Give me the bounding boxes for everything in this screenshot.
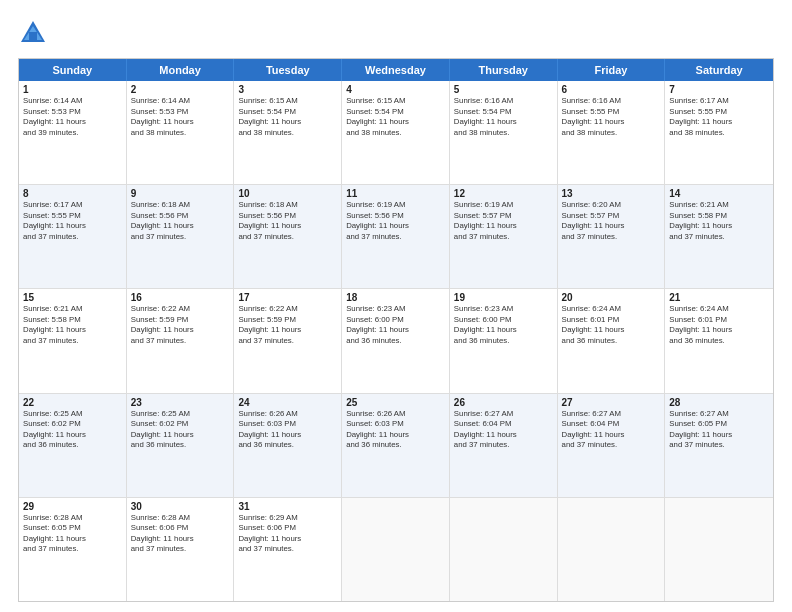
- cell-details: Sunrise: 6:19 AMSunset: 5:56 PMDaylight:…: [346, 200, 445, 242]
- page: SundayMondayTuesdayWednesdayThursdayFrid…: [0, 0, 792, 612]
- day-number: 9: [131, 188, 230, 199]
- day-number: 12: [454, 188, 553, 199]
- day-number: 25: [346, 397, 445, 408]
- day-number: 26: [454, 397, 553, 408]
- calendar-cell-5: 5Sunrise: 6:16 AMSunset: 5:54 PMDaylight…: [450, 81, 558, 184]
- cell-details: Sunrise: 6:22 AMSunset: 5:59 PMDaylight:…: [131, 304, 230, 346]
- day-number: 15: [23, 292, 122, 303]
- calendar-row-4: 22Sunrise: 6:25 AMSunset: 6:02 PMDayligh…: [19, 393, 773, 497]
- cell-details: Sunrise: 6:24 AMSunset: 6:01 PMDaylight:…: [562, 304, 661, 346]
- calendar-cell-7: 7Sunrise: 6:17 AMSunset: 5:55 PMDaylight…: [665, 81, 773, 184]
- calendar-cell-6: 6Sunrise: 6:16 AMSunset: 5:55 PMDaylight…: [558, 81, 666, 184]
- cell-details: Sunrise: 6:14 AMSunset: 5:53 PMDaylight:…: [23, 96, 122, 138]
- cell-details: Sunrise: 6:24 AMSunset: 6:01 PMDaylight:…: [669, 304, 769, 346]
- calendar-row-2: 8Sunrise: 6:17 AMSunset: 5:55 PMDaylight…: [19, 184, 773, 288]
- day-number: 2: [131, 84, 230, 95]
- day-number: 20: [562, 292, 661, 303]
- cell-details: Sunrise: 6:22 AMSunset: 5:59 PMDaylight:…: [238, 304, 337, 346]
- day-number: 23: [131, 397, 230, 408]
- calendar-cell-30: 30Sunrise: 6:28 AMSunset: 6:06 PMDayligh…: [127, 498, 235, 601]
- calendar-cell-14: 14Sunrise: 6:21 AMSunset: 5:58 PMDayligh…: [665, 185, 773, 288]
- day-number: 14: [669, 188, 769, 199]
- cell-details: Sunrise: 6:27 AMSunset: 6:05 PMDaylight:…: [669, 409, 769, 451]
- day-number: 6: [562, 84, 661, 95]
- cell-details: Sunrise: 6:29 AMSunset: 6:06 PMDaylight:…: [238, 513, 337, 555]
- calendar-body: 1Sunrise: 6:14 AMSunset: 5:53 PMDaylight…: [19, 81, 773, 601]
- calendar-cell-15: 15Sunrise: 6:21 AMSunset: 5:58 PMDayligh…: [19, 289, 127, 392]
- day-number: 1: [23, 84, 122, 95]
- day-number: 16: [131, 292, 230, 303]
- cell-details: Sunrise: 6:23 AMSunset: 6:00 PMDaylight:…: [346, 304, 445, 346]
- calendar-cell-29: 29Sunrise: 6:28 AMSunset: 6:05 PMDayligh…: [19, 498, 127, 601]
- calendar-cell-1: 1Sunrise: 6:14 AMSunset: 5:53 PMDaylight…: [19, 81, 127, 184]
- day-number: 29: [23, 501, 122, 512]
- calendar-cell-19: 19Sunrise: 6:23 AMSunset: 6:00 PMDayligh…: [450, 289, 558, 392]
- calendar-cell-empty: [450, 498, 558, 601]
- cell-details: Sunrise: 6:20 AMSunset: 5:57 PMDaylight:…: [562, 200, 661, 242]
- cell-details: Sunrise: 6:17 AMSunset: 5:55 PMDaylight:…: [669, 96, 769, 138]
- day-number: 31: [238, 501, 337, 512]
- day-number: 30: [131, 501, 230, 512]
- day-number: 10: [238, 188, 337, 199]
- logo-icon: [18, 18, 48, 48]
- logo: [18, 18, 52, 48]
- day-number: 22: [23, 397, 122, 408]
- header-day-monday: Monday: [127, 59, 235, 81]
- calendar-cell-9: 9Sunrise: 6:18 AMSunset: 5:56 PMDaylight…: [127, 185, 235, 288]
- calendar-cell-13: 13Sunrise: 6:20 AMSunset: 5:57 PMDayligh…: [558, 185, 666, 288]
- day-number: 7: [669, 84, 769, 95]
- calendar-cell-23: 23Sunrise: 6:25 AMSunset: 6:02 PMDayligh…: [127, 394, 235, 497]
- day-number: 28: [669, 397, 769, 408]
- header-day-wednesday: Wednesday: [342, 59, 450, 81]
- calendar-cell-24: 24Sunrise: 6:26 AMSunset: 6:03 PMDayligh…: [234, 394, 342, 497]
- cell-details: Sunrise: 6:16 AMSunset: 5:55 PMDaylight:…: [562, 96, 661, 138]
- header-day-friday: Friday: [558, 59, 666, 81]
- cell-details: Sunrise: 6:19 AMSunset: 5:57 PMDaylight:…: [454, 200, 553, 242]
- calendar-cell-16: 16Sunrise: 6:22 AMSunset: 5:59 PMDayligh…: [127, 289, 235, 392]
- cell-details: Sunrise: 6:16 AMSunset: 5:54 PMDaylight:…: [454, 96, 553, 138]
- calendar-cell-2: 2Sunrise: 6:14 AMSunset: 5:53 PMDaylight…: [127, 81, 235, 184]
- cell-details: Sunrise: 6:28 AMSunset: 6:05 PMDaylight:…: [23, 513, 122, 555]
- cell-details: Sunrise: 6:25 AMSunset: 6:02 PMDaylight:…: [131, 409, 230, 451]
- calendar-cell-28: 28Sunrise: 6:27 AMSunset: 6:05 PMDayligh…: [665, 394, 773, 497]
- svg-rect-2: [29, 32, 37, 40]
- calendar-cell-18: 18Sunrise: 6:23 AMSunset: 6:00 PMDayligh…: [342, 289, 450, 392]
- calendar-cell-31: 31Sunrise: 6:29 AMSunset: 6:06 PMDayligh…: [234, 498, 342, 601]
- calendar-cell-10: 10Sunrise: 6:18 AMSunset: 5:56 PMDayligh…: [234, 185, 342, 288]
- cell-details: Sunrise: 6:21 AMSunset: 5:58 PMDaylight:…: [669, 200, 769, 242]
- calendar-cell-20: 20Sunrise: 6:24 AMSunset: 6:01 PMDayligh…: [558, 289, 666, 392]
- day-number: 27: [562, 397, 661, 408]
- cell-details: Sunrise: 6:18 AMSunset: 5:56 PMDaylight:…: [131, 200, 230, 242]
- cell-details: Sunrise: 6:26 AMSunset: 6:03 PMDaylight:…: [238, 409, 337, 451]
- cell-details: Sunrise: 6:27 AMSunset: 6:04 PMDaylight:…: [454, 409, 553, 451]
- calendar-cell-25: 25Sunrise: 6:26 AMSunset: 6:03 PMDayligh…: [342, 394, 450, 497]
- cell-details: Sunrise: 6:14 AMSunset: 5:53 PMDaylight:…: [131, 96, 230, 138]
- cell-details: Sunrise: 6:17 AMSunset: 5:55 PMDaylight:…: [23, 200, 122, 242]
- calendar-cell-27: 27Sunrise: 6:27 AMSunset: 6:04 PMDayligh…: [558, 394, 666, 497]
- cell-details: Sunrise: 6:28 AMSunset: 6:06 PMDaylight:…: [131, 513, 230, 555]
- calendar-header: SundayMondayTuesdayWednesdayThursdayFrid…: [19, 59, 773, 81]
- header-day-thursday: Thursday: [450, 59, 558, 81]
- header-day-saturday: Saturday: [665, 59, 773, 81]
- calendar-cell-empty: [342, 498, 450, 601]
- cell-details: Sunrise: 6:27 AMSunset: 6:04 PMDaylight:…: [562, 409, 661, 451]
- header-day-sunday: Sunday: [19, 59, 127, 81]
- calendar: SundayMondayTuesdayWednesdayThursdayFrid…: [18, 58, 774, 602]
- cell-details: Sunrise: 6:25 AMSunset: 6:02 PMDaylight:…: [23, 409, 122, 451]
- calendar-row-1: 1Sunrise: 6:14 AMSunset: 5:53 PMDaylight…: [19, 81, 773, 184]
- calendar-cell-empty: [665, 498, 773, 601]
- cell-details: Sunrise: 6:18 AMSunset: 5:56 PMDaylight:…: [238, 200, 337, 242]
- day-number: 24: [238, 397, 337, 408]
- cell-details: Sunrise: 6:15 AMSunset: 5:54 PMDaylight:…: [238, 96, 337, 138]
- header: [18, 18, 774, 48]
- calendar-row-3: 15Sunrise: 6:21 AMSunset: 5:58 PMDayligh…: [19, 288, 773, 392]
- cell-details: Sunrise: 6:21 AMSunset: 5:58 PMDaylight:…: [23, 304, 122, 346]
- calendar-cell-8: 8Sunrise: 6:17 AMSunset: 5:55 PMDaylight…: [19, 185, 127, 288]
- calendar-cell-26: 26Sunrise: 6:27 AMSunset: 6:04 PMDayligh…: [450, 394, 558, 497]
- day-number: 19: [454, 292, 553, 303]
- calendar-cell-3: 3Sunrise: 6:15 AMSunset: 5:54 PMDaylight…: [234, 81, 342, 184]
- cell-details: Sunrise: 6:23 AMSunset: 6:00 PMDaylight:…: [454, 304, 553, 346]
- cell-details: Sunrise: 6:26 AMSunset: 6:03 PMDaylight:…: [346, 409, 445, 451]
- calendar-cell-12: 12Sunrise: 6:19 AMSunset: 5:57 PMDayligh…: [450, 185, 558, 288]
- calendar-cell-4: 4Sunrise: 6:15 AMSunset: 5:54 PMDaylight…: [342, 81, 450, 184]
